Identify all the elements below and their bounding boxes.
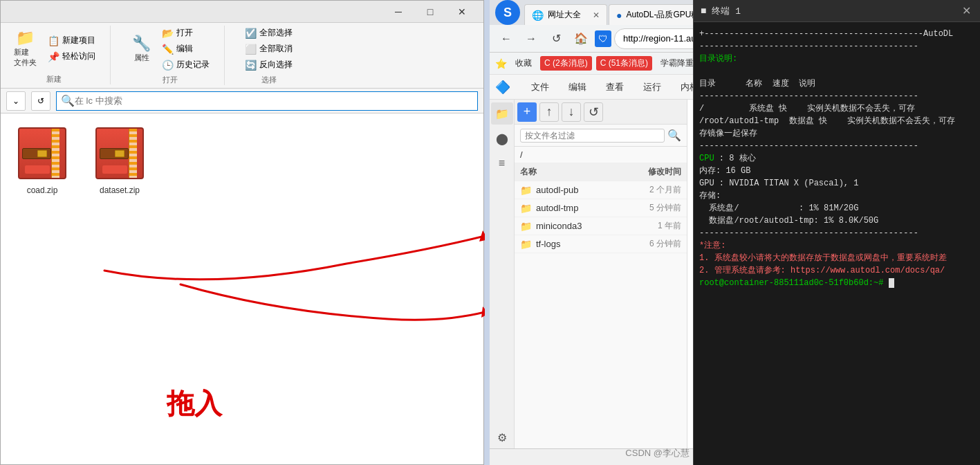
explorer-content: coad.zip dataset.zip 拖入 [1,113,483,464]
terminal-line-0: +---------------------------------------… [699,28,974,40]
forward-nav-button[interactable]: → [520,28,542,50]
dataset-zip-icon [92,127,147,183]
jl-menu-view[interactable]: 查看 [602,78,628,96]
new-folder-button[interactable]: 📁 新建文件夹 [9,26,41,71]
terminal-panel: ■ 终端 1 ✕ +------------------------------… [693,0,980,465]
terminal-line-tmp: /root/autodl-tmp 数据盘 快 实例关机数据不会丢失，可存 [699,115,974,127]
home-button[interactable]: 🏠 [570,28,592,50]
jl-sidebar-commands[interactable]: ⚙ [491,426,513,448]
search-box: 🔍 [56,91,478,111]
ribbon: 📁 新建文件夹 📋 新建项目 📌 轻松访问 新建 [1,23,483,89]
shield-icon: 🛡 [595,30,611,47]
easy-access-button[interactable]: 📌 轻松访问 [44,49,99,64]
ribbon-group-open: 🔧 属性 📂 打开 ✏️ 编辑 🕒 历史记录 [124,26,225,85]
terminal-close-button[interactable]: ✕ [959,4,973,18]
coad-zip-label: coad.zip [27,185,58,195]
annotation-text: 拖入 [167,385,222,423]
folder-icon-3: 📁 [520,239,532,250]
terminal-line-notice: *注意: [699,239,974,252]
properties-button[interactable]: 🔧 属性 [127,31,156,66]
open-button[interactable]: 📂 打开 [158,26,213,40]
jl-logo-icon: 🔷 [495,80,510,95]
close-button[interactable]: ✕ [446,1,478,23]
jl-file-toolbar: + ↑ ↓ ↺ [515,100,687,125]
title-bar: ─ □ ✕ [1,1,483,23]
file-explorer: ─ □ ✕ 📁 新建文件夹 📋 新建项目 📌 轻松访问 [0,0,484,465]
terminal-line-data-disk: 数据盘/root/autodl-tmp: 1% 8.0K/50G [699,215,974,227]
minimize-button[interactable]: ─ [382,1,414,23]
terminal-line-header: 目录 名称 速度 说明 [699,78,974,90]
terminal-line-dir-label: 目录说明: [699,53,974,65]
jl-menu-run[interactable]: 运行 [639,78,665,96]
tab-autodl-icon: ● [616,10,622,21]
jl-sidebar-files[interactable]: 📁 [491,102,513,125]
terminal-title: 终端 1 [712,5,954,17]
terminal-line-notice1: 1. 系统盘较小请将大的数据存放于数据盘或网盘中，重要系统时差 [699,252,974,264]
jl-download-button[interactable]: ↓ [562,102,581,122]
ribbon-group-select: ☑️ 全部选择 ⬜ 全部取消 🔄 反向选择 选择 [239,26,307,85]
refresh-button[interactable]: ↺ [31,91,50,111]
terminal-line-notice2: 2. 管理系统盘请参考: https://www.autodl.com/docs… [699,264,974,277]
jl-file-list-header: 名称 修改时间 [515,163,687,181]
terminal-line-root: / 系统盘 快 实例关机数据不会丢失，可存 [699,102,974,115]
search-icon: 🔍 [61,94,75,107]
jl-filter-input[interactable] [520,129,665,143]
maximize-button[interactable]: □ [414,1,446,23]
jl-upload-button[interactable]: ↑ [539,102,559,122]
history-button[interactable]: 🕒 历史记录 [158,57,213,72]
bookmark-c1[interactable]: C (2条消息) [540,56,592,71]
terminal-line-blank1 [699,65,974,78]
browser-logo: S [495,0,520,25]
tab-wangzhi-close[interactable]: ✕ [593,10,600,20]
jl-file-item-3[interactable]: 📁 tf-logs 6 分钟前 [515,235,687,253]
jl-file-item-1[interactable]: 📁 autodl-tmp 5 分钟前 [515,199,687,217]
jl-refresh-button[interactable]: ↺ [584,102,603,122]
new-project-button[interactable]: 📋 新建项目 [44,33,99,48]
jl-sidebar-git[interactable]: ≡ [491,152,513,174]
nav-bar: ⌄ ↺ 🔍 [1,89,483,113]
jl-breadcrumb: / [515,147,687,163]
search-input[interactable] [75,95,473,106]
terminal-line-blank3: ----------------------------------------… [699,140,974,152]
dataset-zip-label: dataset.zip [100,185,140,195]
jl-new-file-button[interactable]: + [517,102,537,122]
watermark: CSDN @李心慧 [625,447,690,459]
folder-icon-1: 📁 [520,203,532,214]
bookmark-favorites[interactable]: 收藏 [511,56,536,71]
jl-file-item-0[interactable]: 📁 autodl-pub 2 个月前 [515,181,687,199]
terminal-line-blank2: ----------------------------------------… [699,90,974,102]
jl-file-panel: + ↑ ↓ ↺ 🔍 / 名称 修改时间 📁 aut [515,100,687,448]
tab-wangzhi-icon: 🌐 [532,10,544,21]
jl-sidebar-running[interactable]: ⬤ [491,127,513,149]
jl-search-bar: 🔍 [515,125,687,147]
terminal-line-cpu: CPU : 8 核心 [699,152,974,165]
terminal-line-blank4: ----------------------------------------… [699,227,974,239]
coad-zip-icon [15,127,70,183]
terminal-line-sys-disk: 系统盘/ : 1% 81M/20G [699,202,974,215]
terminal-line-storage: 存储: [699,190,974,202]
select-none-button[interactable]: ⬜ 全部取消 [241,42,296,56]
jl-search-icon: 🔍 [667,129,681,142]
jl-sidebar: 📁 ⬤ ≡ ⚙ [490,100,515,448]
terminal-body[interactable]: +---------------------------------------… [694,22,980,465]
jl-menu-edit[interactable]: 编辑 [564,78,591,96]
jl-menu-file[interactable]: 文件 [527,78,553,96]
terminal-line-gpu: GPU : NVIDIA TITAN X (Pascal), 1 [699,177,974,190]
invert-selection-button[interactable]: 🔄 反向选择 [241,57,296,72]
select-all-button[interactable]: ☑️ 全部选择 [241,26,296,40]
file-item-dataset[interactable]: dataset.zip [89,125,150,198]
terminal-line-save: 存镜像一起保存 [699,127,974,140]
jl-file-item-2[interactable]: 📁 miniconda3 1 年前 [515,217,687,235]
back-nav-button[interactable]: ← [495,28,517,50]
bookmark-c2[interactable]: C (51条消息) [596,56,652,71]
terminal-line-mem: 内存: 16 GB [699,165,974,177]
terminal-line-sep1: ----------------------------------------… [699,40,974,53]
bookmark-xueba[interactable]: 学霸降重 [656,56,698,71]
folder-icon-0: 📁 [520,185,532,196]
reload-button[interactable]: ↺ [545,28,567,50]
tab-wangzhi[interactable]: 🌐 网址大全 ✕ [524,4,607,25]
back-button[interactable]: ⌄ [6,91,26,111]
edit-button[interactable]: ✏️ 编辑 [158,42,213,56]
file-item-coad[interactable]: coad.zip [12,125,73,198]
terminal-titlebar: ■ 终端 1 ✕ [694,0,980,22]
